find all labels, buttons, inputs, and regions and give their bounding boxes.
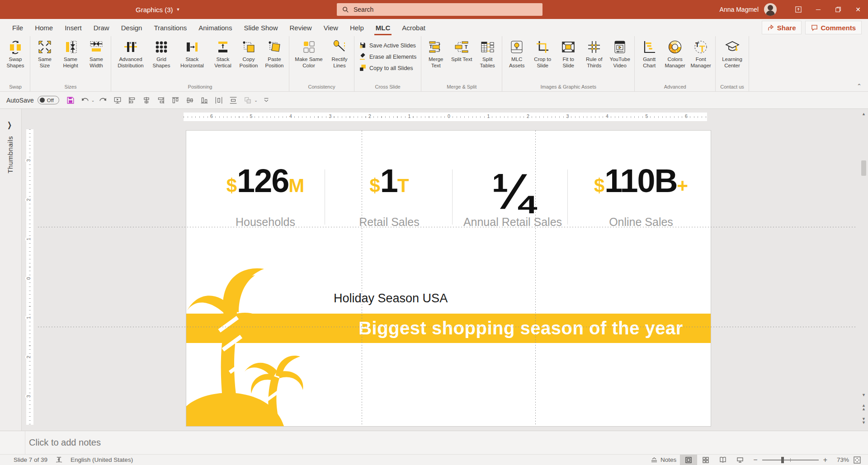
previous-slide-button[interactable]: ▲▲ (860, 404, 867, 410)
mlc-assets-button[interactable]: MLC Assets (504, 38, 529, 79)
menu-tab-insert[interactable]: Insert (59, 19, 88, 36)
horizontal-guide[interactable] (38, 327, 857, 327)
reading-view-button[interactable] (714, 455, 731, 465)
menu-tab-review[interactable]: Review (283, 19, 317, 36)
menu-tab-file[interactable]: File (6, 19, 29, 36)
gantt-chart-button[interactable]: Gantt Chart (637, 38, 662, 79)
align-middle-icon[interactable] (184, 94, 196, 107)
copy-to-all-slides-button[interactable]: Copy to all Slides (356, 63, 416, 73)
scroll-up-icon[interactable]: ▲ (860, 111, 867, 117)
present-from-start-icon[interactable] (112, 94, 123, 107)
font-manager-button[interactable]: TTFont Manager (688, 38, 713, 79)
slide-indicator[interactable]: Slide 7 of 39 (14, 456, 47, 463)
chevron-down-icon[interactable]: ⌄ (254, 98, 258, 103)
comments-button[interactable]: Comments (805, 21, 862, 34)
menu-tab-slide-show[interactable]: Slide Show (238, 19, 283, 36)
search-input[interactable]: Search (337, 3, 542, 16)
fit-to-slide-button[interactable]: Fit to Slide (556, 38, 581, 79)
advanced-distribution-button[interactable]: xxAdvanced Distribution (113, 38, 148, 79)
slide-title[interactable]: Holiday Season USA (334, 291, 448, 305)
learning-center-button[interactable]: Learning Center (720, 38, 745, 79)
zoom-slider[interactable] (762, 460, 819, 460)
share-button[interactable]: Share (762, 21, 802, 34)
arrange-icon[interactable] (242, 94, 254, 107)
collapse-ribbon-icon[interactable]: ⌃ (857, 83, 862, 89)
split-text-button[interactable]: TSplit Text (449, 38, 474, 79)
stat-online-sales[interactable]: $110B+Online Sales (573, 162, 709, 229)
redo-icon[interactable] (97, 94, 109, 107)
normal-view-button[interactable] (680, 455, 697, 465)
expand-thumbnails-icon[interactable]: ❯ (7, 120, 12, 129)
save-icon[interactable] (65, 94, 76, 107)
slide-sorter-view-button[interactable] (697, 455, 714, 465)
same-width-button[interactable]: Same Width (84, 38, 109, 79)
fit-slide-to-window-button[interactable] (849, 456, 865, 464)
autosave-toggle[interactable]: AutoSave Off (6, 96, 59, 104)
zoom-out-button[interactable]: − (753, 456, 757, 464)
zoom-slider-thumb[interactable] (781, 457, 784, 463)
align-bottom-icon[interactable] (198, 94, 210, 107)
stat-annual-retail-sales[interactable]: ¼Annual Retail Sales (445, 162, 580, 229)
merge-text-button[interactable]: TMerge Text (423, 38, 448, 79)
distribute-vertical-icon[interactable] (227, 94, 239, 107)
align-right-icon[interactable] (155, 94, 167, 107)
notes-pane[interactable]: Click to add notes (0, 431, 868, 454)
minimize-button[interactable]: ─ (808, 0, 828, 19)
swap-shapes-button[interactable]: Swap Shapes (3, 38, 28, 79)
copy-position-button[interactable]: Copy Position (236, 38, 261, 79)
youtube-video-button[interactable]: YouTube Video (607, 38, 632, 79)
rectify-lines-button[interactable]: Rectify Lines (327, 38, 352, 79)
make-same-color-button[interactable]: Make Same Color (291, 38, 326, 79)
vertical-scrollbar[interactable]: ▲ ▼ ▲▲ ▼▼ (860, 111, 867, 429)
menu-tab-transitions[interactable]: Transitions (148, 19, 193, 36)
menu-tab-acrobat[interactable]: Acrobat (396, 19, 431, 36)
qat-overflow-icon[interactable] (260, 94, 272, 107)
document-title[interactable]: Graphics (3) ▼ (136, 0, 180, 19)
align-center-icon[interactable] (141, 94, 152, 107)
menu-tab-home[interactable]: Home (29, 19, 59, 36)
thumbnails-label[interactable]: Thumbnails (6, 136, 14, 174)
align-top-icon[interactable] (170, 94, 181, 107)
split-tables-button[interactable]: Split Tables (475, 38, 500, 79)
palm-tree-graphic[interactable] (186, 258, 323, 426)
save-active-slides-button[interactable]: Save Active Slides (356, 40, 419, 51)
colors-manager-button[interactable]: Colors Manager (662, 38, 688, 79)
avatar[interactable] (764, 3, 777, 16)
menu-tab-draw[interactable]: Draw (88, 19, 115, 36)
user-name[interactable]: Anna Magmel (720, 6, 759, 13)
menu-tab-animations[interactable]: Animations (193, 19, 238, 36)
stat-households[interactable]: $126MHouseholds (198, 162, 333, 229)
horizontal-guide[interactable] (38, 227, 857, 227)
slide-canvas[interactable]: $126MHouseholds$1TRetail Sales¼Annual Re… (186, 131, 711, 426)
scrollbar-thumb[interactable] (861, 160, 866, 176)
menu-tab-view[interactable]: View (318, 19, 344, 36)
align-left-icon[interactable] (126, 94, 138, 107)
vertical-guide[interactable] (362, 131, 362, 426)
vertical-guide[interactable] (535, 131, 536, 426)
undo-icon[interactable] (79, 94, 91, 107)
language-indicator[interactable]: English (United States) (71, 456, 133, 463)
chevron-down-icon[interactable]: ⌄ (91, 98, 95, 103)
menu-tab-help[interactable]: Help (344, 19, 370, 36)
ribbon-display-options-icon[interactable] (788, 0, 808, 19)
stack-vertical-button[interactable]: Stack Vertical (210, 38, 236, 79)
menu-tab-design[interactable]: Design (115, 19, 148, 36)
close-button[interactable]: ✕ (848, 0, 868, 19)
stack-horizontal-button[interactable]: Stack Horizontal (175, 38, 210, 79)
notes-toggle-button[interactable]: Notes (647, 455, 680, 465)
paste-position-button[interactable]: Paste Position (262, 38, 287, 79)
zoom-in-button[interactable]: + (823, 456, 827, 464)
grid-shapes-button[interactable]: Grid Shapes (149, 38, 174, 79)
menu-tab-mlc[interactable]: MLC (370, 19, 396, 36)
same-height-button[interactable]: Same Height (58, 38, 83, 79)
crop-to-slide-button[interactable]: Crop to Slide (530, 38, 555, 79)
erase-all-elements-button[interactable]: Erase all Elements (356, 52, 419, 62)
rule-of-thirds-button[interactable]: Rule of Thirds (581, 38, 607, 79)
scroll-down-icon[interactable]: ▼ (860, 392, 867, 399)
stat-retail-sales[interactable]: $1TRetail Sales (321, 162, 457, 229)
spellcheck-icon[interactable] (56, 456, 62, 463)
distribute-horizontal-icon[interactable] (213, 94, 225, 107)
zoom-level[interactable]: 73% (832, 456, 849, 463)
restore-button[interactable] (828, 0, 848, 19)
next-slide-button[interactable]: ▼▼ (860, 417, 867, 424)
